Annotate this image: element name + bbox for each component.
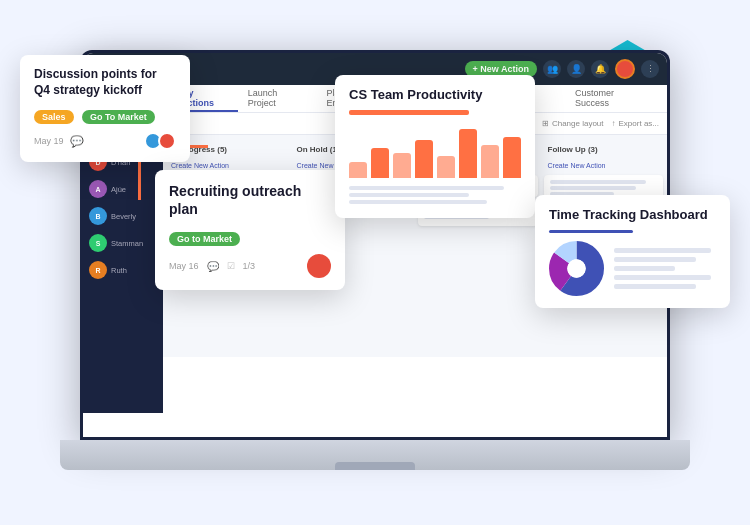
cs-line-3 [349,200,487,204]
col-header-follow-up: Follow Up (3) [544,143,664,156]
recruiting-date: May 16 [169,261,199,271]
svg-point-3 [567,259,585,277]
avatar-4: R [89,261,107,279]
user-name-1: Ajúe [111,185,126,194]
card-line-16 [550,186,636,190]
time-line-1 [614,248,711,253]
sidebar-item-4[interactable]: R Ruth [83,257,163,283]
discussion-date: May 19 [34,136,64,146]
cs-title: CS Team Productivity [349,87,521,102]
chat-icon: 💬 [70,135,84,148]
time-card[interactable]: Time Tracking Dashboard [535,195,730,308]
checklist-icon: ☑ [227,261,235,271]
discussion-meta: May 19 💬 [34,132,176,150]
time-accent-bar [549,230,633,233]
avatar-2: B [89,207,107,225]
pie-container [549,241,716,296]
grid-icon[interactable]: ⋮ [641,60,659,78]
user-avatar[interactable] [615,59,635,79]
avatar-1: A [89,180,107,198]
cs-chart [349,123,521,178]
comment-icon: 💬 [207,261,219,272]
user-icon[interactable]: 👤 [567,60,585,78]
recruiting-avatar [307,254,331,278]
time-lines [614,248,716,289]
cs-line-2 [349,193,469,197]
bar-6 [459,129,477,179]
recruiting-meta: May 16 💬 ☑ 1/3 [169,254,331,278]
tag-sales[interactable]: Sales [34,110,74,124]
user-name-3: Stamman [111,239,143,248]
time-line-5 [614,284,696,289]
tab-customer-success[interactable]: Customer Success [565,85,659,112]
tag-market[interactable]: Go To Market [82,110,155,124]
tag-go-to-market[interactable]: Go to Market [169,232,240,246]
bar-2 [371,148,389,178]
bar-5 [437,156,455,178]
cs-line-1 [349,186,504,190]
bar-3 [393,153,411,178]
recruiting-card[interactable]: Recruiting outreach plan Go to Market Ma… [155,170,345,290]
user-name-4: Ruth [111,266,127,275]
user-name-2: Beverly [111,212,136,221]
layout-icon: ⊞ [542,119,549,128]
time-line-2 [614,257,696,262]
laptop-base [60,440,690,470]
bar-8 [503,137,521,178]
bar-7 [481,145,499,178]
people-icon[interactable]: 👥 [543,60,561,78]
discussion-card[interactable]: Discussion points for Q4 strategy kickof… [20,55,190,162]
recruiting-count: 1/3 [243,261,256,271]
discussion-title: Discussion points for Q4 strategy kickof… [34,67,176,98]
export-icon: ↑ [612,119,616,128]
laptop-notch [335,462,415,470]
export-btn[interactable]: ↑ Export as... [612,119,659,128]
avatar-3: S [89,234,107,252]
change-layout-btn[interactable]: ⊞ Change layout [542,119,604,128]
create-action-follow-up[interactable]: Create New Action [544,160,664,171]
bar-4 [415,140,433,179]
sidebar-item-2[interactable]: B Beverly [83,203,163,229]
time-line-4 [614,275,711,280]
cs-progress-bar [349,110,469,115]
cs-card[interactable]: CS Team Productivity [335,75,535,218]
bar-1 [349,162,367,179]
tab-launch-project[interactable]: Launch Project [238,85,317,112]
card-line-15 [550,180,647,184]
discussion-avatar-2 [158,132,176,150]
cs-text-lines [349,186,521,204]
recruiting-title: Recruiting outreach plan [169,182,331,218]
sidebar-item-3[interactable]: S Stamman [83,230,163,256]
bell-icon[interactable]: 🔔 [591,60,609,78]
discussion-tags: Sales Go To Market [34,106,176,124]
time-line-3 [614,266,675,271]
time-title: Time Tracking Dashboard [549,207,716,222]
pie-chart-svg [549,241,604,296]
